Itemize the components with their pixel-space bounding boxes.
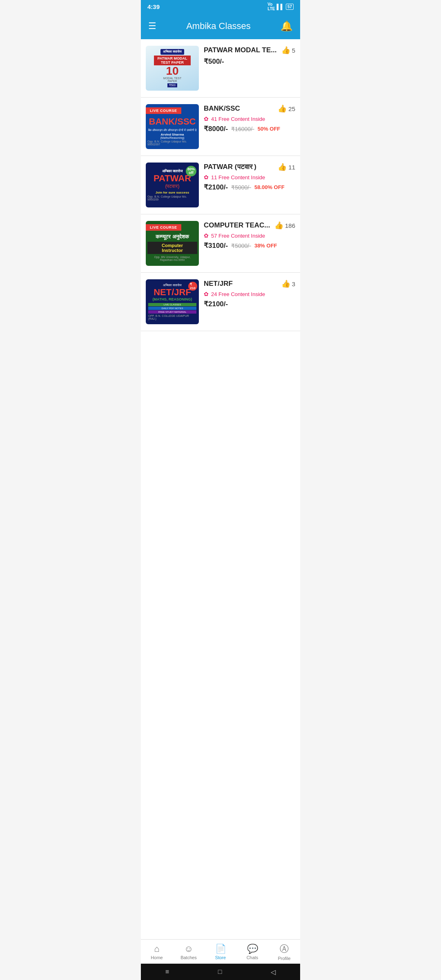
thumbs-up-icon: 👍 <box>278 163 287 172</box>
status-bar: 4:39 VoLTE ▌▌ 57 <box>141 0 300 13</box>
course-title: COMPUTER TEAC... <box>204 221 270 229</box>
menu-icon[interactable]: ☰ <box>148 21 156 31</box>
signal-icon: ▌▌ <box>276 4 284 10</box>
price-original: ₹5000/- <box>231 243 251 249</box>
price-current: ₹3100/- <box>204 241 228 250</box>
app-title: Ambika Classes <box>156 21 281 31</box>
course-title-row: PATWAR (पटवार )👍11 <box>204 163 295 172</box>
discount-badge: 58.00% OFF <box>254 184 285 190</box>
thumbs-up-icon: 👍 <box>281 46 290 55</box>
course-thumbnail: अम्बिका क्लासेज PATWAR MODALTEST PAPER 1… <box>146 46 199 91</box>
volte-icon: VoLTE <box>267 2 275 11</box>
price-row: ₹8000/-₹16000/-50% OFF <box>204 125 295 133</box>
status-time: 4:39 <box>147 3 160 10</box>
like-count: 186 <box>285 222 295 229</box>
course-title: BANK/SSC <box>204 105 240 113</box>
flower-icon: ✿ <box>204 291 209 297</box>
free-content-text: 57 Free Content Inside <box>211 233 265 239</box>
course-thumbnail: LIVE COURSE कम्प्यूटर अनुदेशक Computer I… <box>146 221 199 266</box>
price-original: ₹5000/- <box>231 184 251 191</box>
price-row: ₹2100/-₹5000/-58.00% OFF <box>204 183 295 192</box>
app-header: ☰ Ambika Classes 🔔 <box>141 13 300 39</box>
like-row[interactable]: 👍186 <box>274 221 295 230</box>
course-info: PATWAR (पटवार )👍11✿11 Free Content Insid… <box>204 163 295 192</box>
course-card[interactable]: अम्बिका क्लासेज PATWAR MODALTEST PAPER 1… <box>141 39 300 98</box>
like-row[interactable]: 👍3 <box>281 279 295 288</box>
free-content-row: ✿57 Free Content Inside <box>204 232 295 239</box>
price-original: ₹16000/- <box>231 126 254 132</box>
like-count: 11 <box>288 164 295 171</box>
course-title-row: NET/JRF👍3 <box>204 279 295 288</box>
course-info: BANK/SSC👍25✿41 Free Content Inside₹8000/… <box>204 104 295 133</box>
like-count: 25 <box>288 105 295 112</box>
course-title: PATWAR (पटवार ) <box>204 163 256 171</box>
free-content-text: 11 Free Content Inside <box>211 174 265 180</box>
flower-icon: ✿ <box>204 174 209 180</box>
course-info: COMPUTER TEAC...👍186✿57 Free Content Ins… <box>204 221 295 250</box>
course-card[interactable]: अम्बिका क्लासेज NET/JRF (MATHS, REASONIN… <box>141 273 300 331</box>
thumbs-up-icon: 👍 <box>281 279 290 288</box>
price-row: ₹2100/- <box>204 300 295 308</box>
price-current: ₹2100/- <box>204 183 228 192</box>
price-current: ₹500/- <box>204 57 224 66</box>
course-list: अम्बिका क्लासेज PATWAR MODALTEST PAPER 1… <box>141 39 300 939</box>
course-thumbnail: अम्बिका क्लासेज NET/JRF (MATHS, REASONIN… <box>146 279 199 324</box>
course-title-row: PATWAR MODAL TE...👍5 <box>204 46 295 55</box>
like-row[interactable]: 👍5 <box>281 46 295 55</box>
course-thumbnail: LIVE COURSE BANK/SSC बैंक ऑफलाइन और ऑनला… <box>146 104 199 149</box>
price-row: ₹3100/-₹5000/-38% OFF <box>204 241 295 250</box>
course-info: NET/JRF👍3✿24 Free Content Inside₹2100/- <box>204 279 295 308</box>
thumbs-up-icon: 👍 <box>274 221 283 230</box>
price-current: ₹2100/- <box>204 300 228 308</box>
free-content-row: ✿41 Free Content Inside <box>204 116 295 122</box>
course-card[interactable]: अम्बिका क्लासेज PATWAR (पटवार) Join for … <box>141 156 300 214</box>
course-info: PATWAR MODAL TE...👍5₹500/- <box>204 46 295 66</box>
free-content-row: ✿24 Free Content Inside <box>204 291 295 297</box>
course-title-row: COMPUTER TEAC...👍186 <box>204 221 295 230</box>
free-content-text: 41 Free Content Inside <box>211 116 265 122</box>
status-icons: VoLTE ▌▌ 57 <box>267 2 294 11</box>
free-content-text: 24 Free Content Inside <box>211 291 265 297</box>
course-thumbnail: अम्बिका क्लासेज PATWAR (पटवार) Join for … <box>146 163 199 207</box>
free-content-row: ✿11 Free Content Inside <box>204 174 295 180</box>
like-count: 5 <box>292 47 295 54</box>
course-title-row: BANK/SSC👍25 <box>204 104 295 113</box>
like-row[interactable]: 👍25 <box>278 104 295 113</box>
course-card[interactable]: LIVE COURSE BANK/SSC बैंक ऑफलाइन और ऑनला… <box>141 98 300 156</box>
discount-badge: 38% OFF <box>254 243 277 249</box>
course-card[interactable]: LIVE COURSE कम्प्यूटर अनुदेशक Computer I… <box>141 214 300 273</box>
like-count: 3 <box>292 281 295 287</box>
price-row: ₹500/- <box>204 57 295 66</box>
flower-icon: ✿ <box>204 232 209 239</box>
course-title: NET/JRF <box>204 280 233 288</box>
battery-indicator: 57 <box>286 4 294 10</box>
bell-icon[interactable]: 🔔 <box>281 20 293 32</box>
discount-badge: 50% OFF <box>258 126 281 132</box>
flower-icon: ✿ <box>204 116 209 122</box>
price-current: ₹8000/- <box>204 125 228 133</box>
like-row[interactable]: 👍11 <box>278 163 295 172</box>
thumbs-up-icon: 👍 <box>278 104 287 113</box>
course-title: PATWAR MODAL TE... <box>204 46 277 54</box>
